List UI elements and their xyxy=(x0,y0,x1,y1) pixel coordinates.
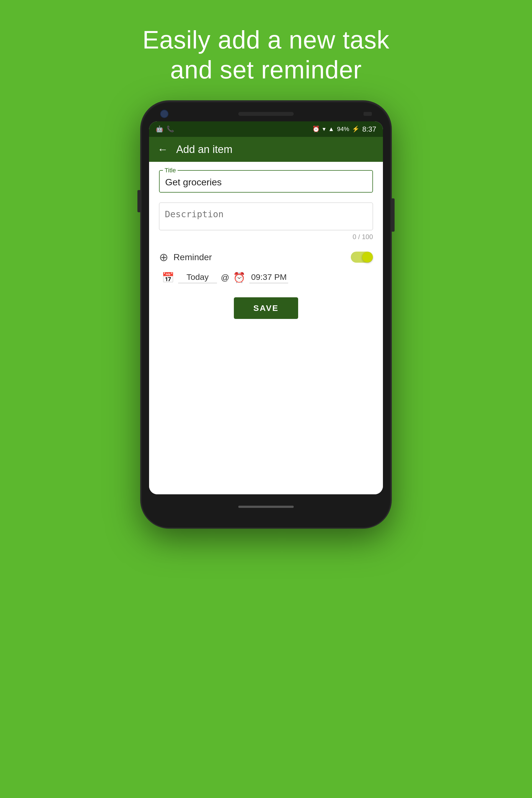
reminder-label: Reminder xyxy=(173,252,212,262)
reminder-clock-icon: ⊕ xyxy=(159,251,169,264)
reminder-left: ⊕ Reminder xyxy=(159,251,212,264)
title-input[interactable] xyxy=(159,170,373,193)
calendar-icon: 📅 xyxy=(162,272,174,283)
proximity-sensor xyxy=(363,112,372,116)
phone-bottom-bar xyxy=(149,500,383,514)
title-label: Title xyxy=(163,167,177,174)
home-indicator xyxy=(238,506,294,508)
status-left-icons: 🤖 📞 xyxy=(156,126,174,133)
at-separator: @ xyxy=(221,273,229,282)
alarm-icon: ⏰ xyxy=(312,126,320,133)
volume-button xyxy=(137,190,141,212)
reminder-toggle[interactable] xyxy=(351,252,373,263)
phone-screen: 🤖 📞 ⏰ ▾ ▲ 94% ⚡ 8:37 ← Add an item Title xyxy=(149,121,383,494)
char-count: 0 / 100 xyxy=(159,233,373,241)
power-button xyxy=(391,198,395,232)
battery-icon: ⚡ xyxy=(352,126,359,133)
datetime-row: 📅 Today @ ⏰ 09:37 PM xyxy=(159,272,373,283)
back-button[interactable]: ← xyxy=(157,144,168,155)
signal-icon: ▲ xyxy=(328,126,335,133)
save-button[interactable]: SAVE xyxy=(234,297,298,319)
toggle-knob xyxy=(362,252,373,262)
title-field-group: Title xyxy=(159,170,373,193)
save-button-container: SAVE xyxy=(159,297,373,319)
status-right-icons: ⏰ ▾ ▲ 94% ⚡ 8:37 xyxy=(312,125,376,134)
front-camera xyxy=(160,110,169,118)
app-content: Title 0 / 100 ⊕ Reminder 📅 xyxy=(149,162,383,494)
phone-mockup: 🤖 📞 ⏰ ▾ ▲ 94% ⚡ 8:37 ← Add an item Title xyxy=(141,101,391,528)
time-value[interactable]: 09:37 PM xyxy=(249,272,288,283)
date-value[interactable]: Today xyxy=(178,272,217,283)
reminder-row: ⊕ Reminder xyxy=(159,251,373,264)
app-header-title: Add an item xyxy=(176,144,232,155)
phone-icon: 📞 xyxy=(167,126,174,133)
android-icon: 🤖 xyxy=(156,126,163,133)
battery-percent: 94% xyxy=(337,126,349,133)
wifi-icon: ▾ xyxy=(323,126,326,133)
description-input[interactable] xyxy=(159,203,373,230)
time-icon: ⏰ xyxy=(233,272,246,283)
status-bar: 🤖 📞 ⏰ ▾ ▲ 94% ⚡ 8:37 xyxy=(149,121,383,137)
status-time: 8:37 xyxy=(362,125,376,134)
page-headline: Easily add a new task and set reminder xyxy=(142,25,389,85)
phone-notch xyxy=(149,110,383,118)
description-field-group: 0 / 100 xyxy=(159,203,373,241)
phone-speaker xyxy=(238,112,294,116)
app-header: ← Add an item xyxy=(149,137,383,162)
